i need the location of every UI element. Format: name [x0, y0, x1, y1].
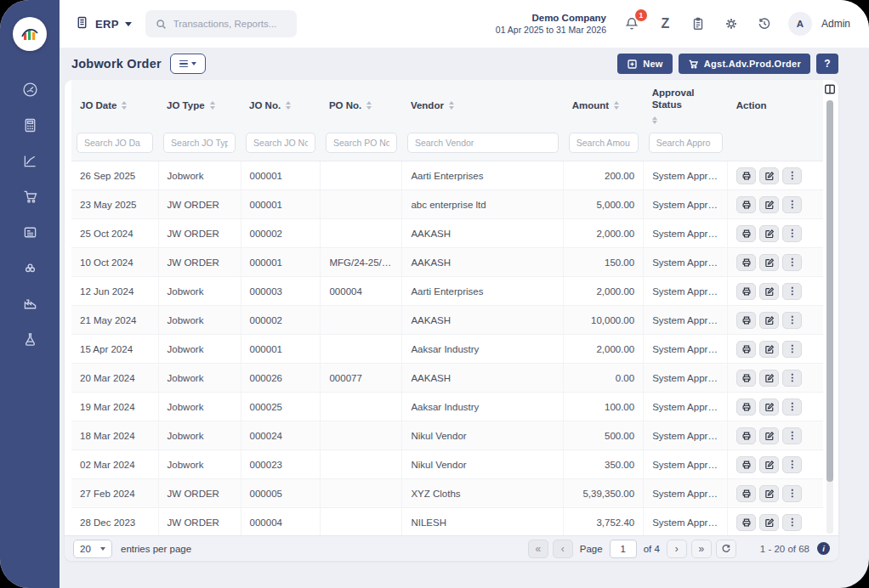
- sidebar-item-purchase[interactable]: [13, 178, 47, 214]
- more-actions-button[interactable]: ⋮: [782, 225, 802, 242]
- edit-button[interactable]: [759, 167, 779, 184]
- edit-button[interactable]: [759, 514, 779, 531]
- col-header-jo-type[interactable]: JO Type: [158, 80, 241, 130]
- search-jo-no-input[interactable]: [246, 133, 315, 153]
- table-row[interactable]: 10 Oct 2024 JW ORDER 000001 MFG/24-25/00…: [71, 248, 823, 277]
- print-button[interactable]: [736, 167, 756, 184]
- avatar[interactable]: A: [788, 12, 812, 36]
- table-row[interactable]: 20 Mar 2024 Jobwork 000026 000077 AAKASH…: [71, 364, 823, 393]
- print-button[interactable]: [736, 341, 756, 358]
- prev-page-button[interactable]: ‹: [553, 540, 573, 558]
- print-button[interactable]: [736, 254, 756, 271]
- refresh-button[interactable]: [716, 540, 736, 558]
- col-header-amount[interactable]: Amount: [564, 80, 644, 130]
- table-row[interactable]: 18 Mar 2024 Jobwork 000024 Nikul Vendor …: [71, 421, 823, 450]
- more-actions-button[interactable]: ⋮: [782, 312, 802, 329]
- search-po-no-input[interactable]: [326, 133, 397, 153]
- last-page-button[interactable]: »: [691, 540, 712, 558]
- sidebar-item-dashboard[interactable]: [13, 71, 47, 107]
- more-actions-button[interactable]: ⋮: [782, 514, 802, 531]
- search-approval-input[interactable]: [649, 133, 723, 153]
- print-button[interactable]: [736, 225, 756, 242]
- sidebar-item-reports[interactable]: [13, 143, 47, 178]
- print-button[interactable]: [736, 485, 756, 502]
- more-actions-button[interactable]: ⋮: [782, 370, 802, 387]
- more-actions-button[interactable]: ⋮: [782, 427, 802, 444]
- print-button[interactable]: [736, 370, 756, 387]
- sidebar-item-invoices[interactable]: [13, 214, 47, 250]
- sort-icon[interactable]: [614, 101, 619, 110]
- print-button[interactable]: [736, 427, 756, 444]
- help-button[interactable]: ?: [816, 54, 838, 74]
- print-button[interactable]: [736, 283, 756, 300]
- sort-icon[interactable]: [286, 101, 291, 110]
- table-row[interactable]: 27 Feb 2024 JW ORDER 000005 XYZ Cloths 5…: [71, 479, 823, 508]
- more-actions-button[interactable]: ⋮: [782, 341, 802, 358]
- table-row[interactable]: 23 May 2025 JW ORDER 000001 abc enterpri…: [71, 190, 823, 219]
- edit-button[interactable]: [759, 225, 779, 242]
- edit-button[interactable]: [759, 370, 779, 387]
- sidebar-item-accounting[interactable]: [13, 107, 47, 143]
- edit-button[interactable]: [759, 196, 779, 213]
- scrollbar-thumb[interactable]: [826, 100, 833, 482]
- search-vendor-input[interactable]: [407, 133, 559, 153]
- more-actions-button[interactable]: ⋮: [782, 485, 802, 502]
- print-button[interactable]: [736, 456, 756, 473]
- edit-button[interactable]: [759, 399, 779, 416]
- table-row[interactable]: 21 May 2024 Jobwork 000002 AAKASH 10,000…: [71, 306, 823, 335]
- edit-button[interactable]: [759, 485, 779, 502]
- print-button[interactable]: [736, 196, 756, 213]
- more-actions-button[interactable]: ⋮: [782, 456, 802, 473]
- col-header-vendor[interactable]: Vendor: [402, 80, 564, 130]
- next-page-button[interactable]: ›: [667, 540, 687, 558]
- print-button[interactable]: [736, 312, 756, 329]
- table-row[interactable]: 15 Apr 2024 Jobwork 000001 Aaksar Indust…: [71, 335, 823, 364]
- app-logo[interactable]: [13, 17, 47, 51]
- register-button[interactable]: [689, 14, 707, 33]
- col-header-jo-no[interactable]: JO No.: [241, 80, 321, 130]
- sort-icon[interactable]: [652, 116, 657, 125]
- edit-button[interactable]: [759, 456, 779, 473]
- edit-button[interactable]: [759, 427, 779, 444]
- agst-adv-prod-order-button[interactable]: Agst.Adv.Prod.Order: [679, 54, 810, 74]
- edit-button[interactable]: [759, 312, 779, 329]
- more-actions-button[interactable]: ⋮: [782, 399, 802, 416]
- table-row[interactable]: 19 Mar 2024 Jobwork 000025 Aaksar Indust…: [71, 393, 823, 421]
- col-header-po-no[interactable]: PO No.: [321, 80, 402, 130]
- new-button[interactable]: New: [617, 54, 673, 74]
- col-header-jo-date[interactable]: JO Date: [71, 80, 158, 130]
- edit-button[interactable]: [759, 283, 779, 300]
- page-number-input[interactable]: [610, 540, 637, 558]
- sort-icon[interactable]: [122, 101, 127, 110]
- notifications-button[interactable]: 1: [622, 14, 641, 33]
- first-page-button[interactable]: «: [528, 540, 548, 558]
- edit-button[interactable]: [759, 254, 779, 271]
- table-row[interactable]: 26 Sep 2025 Jobwork 000001 Aarti Enterpr…: [71, 161, 823, 190]
- company-selector[interactable]: Demo Company 01 Apr 2025 to 31 Mar 2026: [496, 12, 606, 36]
- search-jo-type-input[interactable]: [163, 133, 236, 153]
- search-jo-date-input[interactable]: [77, 133, 153, 153]
- sort-icon[interactable]: [366, 101, 372, 110]
- history-button[interactable]: [755, 14, 774, 33]
- vertical-scrollbar[interactable]: [826, 100, 833, 534]
- daybook-button[interactable]: Z: [656, 14, 674, 33]
- col-header-approval-status[interactable]: Approval Status: [644, 80, 728, 130]
- more-actions-button[interactable]: ⋮: [782, 254, 802, 271]
- sidebar-item-production[interactable]: [13, 286, 47, 321]
- more-actions-button[interactable]: ⋮: [782, 283, 802, 300]
- sidebar-item-quality[interactable]: [13, 321, 47, 357]
- page-size-select[interactable]: 20: [73, 540, 112, 558]
- table-row[interactable]: 02 Mar 2024 Jobwork 000023 Nikul Vendor …: [71, 450, 823, 479]
- global-search-input[interactable]: [173, 19, 284, 29]
- print-button[interactable]: [736, 399, 756, 416]
- more-actions-button[interactable]: ⋮: [782, 196, 802, 213]
- table-row[interactable]: 25 Oct 2024 JW ORDER 000002 AAKASH 2,000…: [71, 219, 823, 248]
- table-row[interactable]: 28 Dec 2023 JW ORDER 000004 NILESH 3,752…: [71, 508, 823, 535]
- column-picker-button[interactable]: [824, 83, 836, 95]
- search-amount-input[interactable]: [569, 133, 639, 153]
- print-button[interactable]: [736, 514, 756, 531]
- more-actions-button[interactable]: ⋮: [782, 167, 802, 184]
- erp-module-switcher[interactable]: ERP: [75, 15, 132, 33]
- edit-button[interactable]: [759, 341, 779, 358]
- sidebar-item-inventory[interactable]: [13, 250, 47, 286]
